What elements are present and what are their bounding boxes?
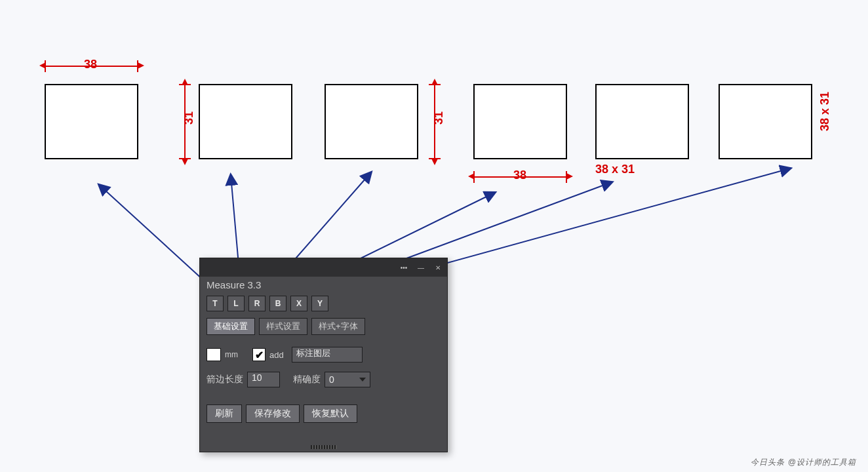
dim-label-bottom-4: 38 bbox=[513, 168, 526, 182]
dim-arrow-right-1 bbox=[138, 62, 144, 69]
unit-label: mm bbox=[225, 350, 238, 359]
measure-panel: ••• — ✕ Measure 3.3 T L R B X Y 基础设置 样式设… bbox=[199, 258, 448, 452]
add-checkbox[interactable]: ✔ bbox=[252, 348, 266, 361]
dim-arrow-down-3 bbox=[431, 159, 438, 165]
panel-menu-icon[interactable]: ••• bbox=[399, 264, 409, 271]
unit-row: mm ✔ add 标注图层 bbox=[200, 345, 447, 364]
dim-tick-4a bbox=[473, 171, 475, 183]
sample-rect-3 bbox=[325, 84, 418, 159]
dim-label-below-5: 38 x 31 bbox=[595, 163, 635, 176]
sample-rect-2 bbox=[199, 84, 292, 159]
arrow-length-field[interactable]: 10 bbox=[247, 372, 280, 387]
layer-name-field[interactable]: 标注图层 bbox=[292, 347, 363, 363]
dim-tick-1a bbox=[45, 60, 46, 72]
panel-close-icon[interactable]: ✕ bbox=[433, 264, 443, 271]
panel-minimize-icon[interactable]: — bbox=[416, 264, 426, 271]
precision-select[interactable]: 0 bbox=[325, 372, 370, 387]
dir-button-left[interactable]: L bbox=[227, 296, 245, 311]
dir-button-top[interactable]: T bbox=[207, 296, 224, 311]
chevron-down-icon bbox=[359, 378, 366, 382]
dim-label-right-3: 31 bbox=[432, 111, 446, 125]
dim-tick-1b bbox=[137, 60, 138, 72]
panel-titlebar: ••• — ✕ bbox=[200, 258, 447, 277]
tab-basic[interactable]: 基础设置 bbox=[207, 318, 255, 335]
dir-button-right[interactable]: R bbox=[248, 296, 266, 311]
save-button[interactable]: 保存修改 bbox=[246, 404, 300, 423]
reset-button[interactable]: 恢复默认 bbox=[304, 404, 357, 423]
panel-title: Measure 3.3 bbox=[200, 277, 447, 294]
sample-rect-5 bbox=[595, 84, 689, 159]
dim-label-top-1: 38 bbox=[84, 58, 97, 71]
action-row: 刷新 保存修改 恢复默认 bbox=[200, 403, 447, 424]
sample-rect-6 bbox=[719, 84, 812, 159]
dim-arrow-right-4 bbox=[566, 173, 573, 180]
arrow-length-label: 箭边长度 bbox=[207, 374, 243, 385]
canvas: 38 31 31 38 38 x 31 38 x 31 bbox=[0, 0, 868, 472]
precision-label: 精确度 bbox=[293, 374, 321, 385]
color-swatch[interactable] bbox=[207, 348, 221, 361]
dim-arrow-down-2 bbox=[182, 159, 188, 165]
sample-rect-1 bbox=[45, 84, 138, 159]
footer-credit: 今日头条 @设计师的工具箱 bbox=[751, 457, 856, 468]
dir-button-x[interactable]: X bbox=[290, 296, 307, 311]
dim-tick-4b bbox=[566, 171, 567, 183]
add-checkbox-label: add bbox=[269, 350, 284, 360]
dir-button-bottom[interactable]: B bbox=[269, 296, 286, 311]
direction-button-row: T L R B X Y bbox=[200, 294, 447, 313]
dim-tick-3b bbox=[429, 158, 441, 159]
tab-style-font[interactable]: 样式+字体 bbox=[311, 318, 365, 335]
panel-resize-handle[interactable] bbox=[311, 445, 337, 449]
dim-tick-2b bbox=[179, 158, 191, 159]
tab-row: 基础设置 样式设置 样式+字体 bbox=[200, 317, 447, 336]
dim-tick-3a bbox=[429, 84, 441, 85]
tab-style[interactable]: 样式设置 bbox=[259, 318, 307, 335]
precision-select-value: 0 bbox=[329, 374, 334, 385]
length-row: 箭边长度 10 精确度 0 bbox=[200, 370, 447, 389]
dim-label-right-6: 38 x 31 bbox=[818, 92, 832, 131]
refresh-button[interactable]: 刷新 bbox=[207, 404, 242, 423]
dim-label-left-2: 31 bbox=[182, 111, 196, 125]
sample-rect-4 bbox=[473, 84, 567, 159]
dim-tick-2a bbox=[179, 84, 191, 85]
dir-button-y[interactable]: Y bbox=[311, 296, 328, 311]
